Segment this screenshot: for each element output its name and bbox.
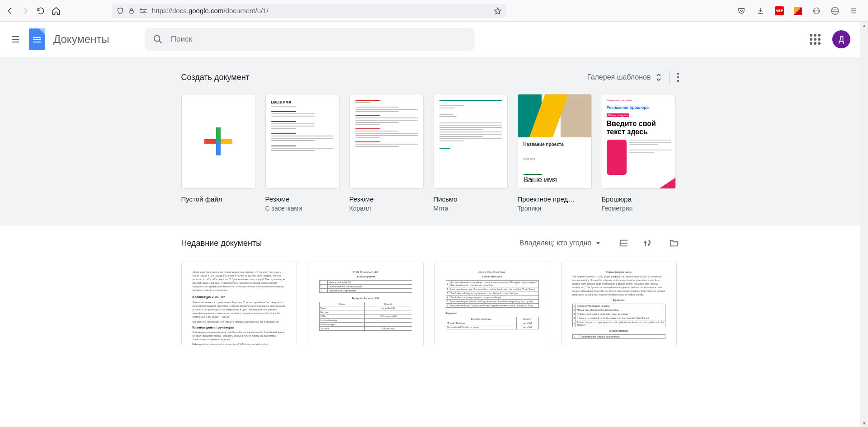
recent-doc: Arduino, Flow-Chart, Snap. Lesson object… — [434, 262, 550, 345]
docs-logo[interactable] — [29, 28, 45, 50]
template-resume-serif-thumb[interactable]: Ваше имя — [265, 94, 340, 189]
extension-icon-3[interactable] — [831, 7, 839, 15]
templates-more-button[interactable] — [677, 72, 679, 82]
template-project-proposal-thumb[interactable]: Название проекта 09.04.20XX Ваше имя — [518, 94, 592, 189]
template-subtitle: С засечками — [265, 205, 340, 212]
recent-heading: Недавние документы — [181, 239, 262, 248]
templates-heading: Создать документ — [181, 73, 250, 82]
svg-point-6 — [677, 76, 679, 78]
table: 1Computer with Scadino installed 2Monito… — [572, 304, 665, 327]
svg-point-4 — [154, 36, 160, 42]
table: NameQuantity Paperfor each child Felt pe… — [319, 302, 412, 331]
back-button[interactable] — [5, 6, 14, 15]
search-input[interactable] — [171, 35, 467, 44]
bookmark-star-icon[interactable] — [494, 7, 502, 15]
extension-icon-2[interactable] — [812, 6, 821, 15]
recent-doc: «Когда надо было искать что-то в интерне… — [181, 262, 297, 345]
template-blank: Пустой файл — [181, 94, 255, 212]
template-resume-coral-thumb[interactable] — [349, 94, 424, 189]
table: 1Add new elements to the electric circui… — [446, 280, 539, 308]
svg-point-1 — [140, 9, 142, 10]
list-view-button[interactable] — [619, 238, 629, 248]
dropdown-arrow-icon — [595, 240, 601, 246]
template-subtitle: Мята — [434, 205, 508, 212]
browser-menu-icon[interactable] — [849, 6, 858, 15]
extension-icon-1[interactable] — [794, 7, 802, 15]
app-header: Документы Д — [0, 22, 860, 57]
plus-icon — [182, 94, 255, 188]
owner-filter-dropdown[interactable]: Владелец: кто угодно — [519, 239, 601, 247]
search-icon — [153, 34, 163, 44]
template-title: Пустой файл — [181, 195, 255, 203]
template-subtitle: Геометрия — [602, 205, 676, 212]
recent-section: Недавние документы Владелец: кто угодно … — [0, 225, 860, 376]
table: 1Make a card with LED 2Disassemble the c… — [319, 280, 412, 293]
template-title: Письмо — [434, 195, 508, 203]
template-project-proposal: Название проекта 09.04.20XX Ваше имя Про… — [518, 94, 592, 212]
home-button[interactable] — [52, 6, 61, 15]
template-resume-serif: Ваше имя Резюме С засечками — [265, 94, 340, 212]
reload-button[interactable] — [36, 6, 45, 15]
templates-section: Создать документ Галерея шаблонов Пустой… — [0, 57, 860, 225]
recent-doc: STEM: Protocol with LED Lesson objective… — [308, 262, 424, 345]
vertical-scrollbar[interactable]: ▴ ▾ — [860, 22, 868, 427]
svg-point-7 — [677, 80, 679, 82]
url-text: https://docs.google.com/document/u/1/ — [152, 7, 269, 14]
svg-point-2 — [144, 11, 145, 13]
browser-right-icons: ABP — [737, 6, 863, 15]
template-title: Брошюра — [602, 195, 676, 203]
scroll-up-arrow[interactable]: ▴ — [860, 22, 868, 29]
sort-button[interactable] — [643, 238, 654, 248]
template-subtitle: Коралл — [349, 205, 424, 212]
recent-docs-row: «Когда надо было искать что-то в интерне… — [181, 262, 679, 363]
downloads-icon[interactable] — [756, 6, 765, 15]
app-title: Документы — [53, 33, 109, 46]
template-title: Резюме — [265, 195, 340, 203]
template-gallery-button[interactable]: Галерея шаблонов — [587, 73, 662, 82]
template-title: Резюме — [349, 195, 424, 203]
open-file-picker-button[interactable] — [669, 238, 679, 248]
template-subtitle: Тропики — [518, 205, 592, 212]
recent-doc-thumb[interactable]: STEM: Protocol with LED Lesson objective… — [308, 262, 424, 345]
scroll-down-arrow[interactable]: ▾ — [860, 419, 868, 427]
shield-icon — [117, 7, 124, 14]
recent-doc: Chinese tangram puzzle The tangram (Chin… — [561, 262, 677, 345]
table: Essential equipmentQuantity "Znatok" Des… — [446, 317, 539, 329]
template-brochure-thumb[interactable]: Название компании Рекламная брошюра Обзо… — [602, 94, 676, 189]
recent-doc-thumb[interactable]: Arduino, Flow-Chart, Snap. Lesson object… — [434, 262, 550, 345]
table: 1Understand the purpose of dimensions — [572, 334, 665, 339]
lock-icon — [128, 8, 135, 14]
main-menu-button[interactable] — [10, 34, 21, 45]
recent-doc-thumb[interactable]: «Когда надо было искать что-то в интерне… — [181, 262, 297, 345]
recent-doc-thumb[interactable]: Chinese tangram puzzle The tangram (Chin… — [561, 262, 677, 345]
svg-rect-0 — [130, 10, 133, 13]
permissions-icon — [139, 8, 147, 14]
search-bar[interactable] — [145, 28, 475, 51]
template-title: Проектное пред… — [518, 195, 592, 203]
pocket-icon[interactable] — [737, 6, 746, 15]
separator — [669, 70, 670, 84]
page-content: Документы Д Создать документ Галерея шаб… — [0, 22, 860, 427]
forward-button[interactable] — [21, 6, 30, 15]
template-resume-coral: Резюме Коралл — [349, 94, 424, 212]
template-brochure: Название компании Рекламная брошюра Обзо… — [602, 94, 676, 212]
template-blank-thumb[interactable] — [181, 94, 255, 189]
account-avatar[interactable]: Д — [832, 30, 850, 48]
unfold-icon — [656, 73, 662, 82]
address-bar[interactable]: https://docs.google.com/document/u/1/ — [112, 4, 506, 18]
template-letter-mint-thumb[interactable] — [434, 94, 508, 189]
browser-toolbar: https://docs.google.com/document/u/1/ AB… — [0, 0, 868, 22]
template-letter-mint: Письмо Мята — [434, 94, 508, 212]
google-apps-button[interactable] — [810, 34, 821, 45]
template-row: Пустой файл Ваше имя — [181, 94, 679, 212]
svg-point-5 — [677, 73, 679, 75]
adblock-icon[interactable]: ABP — [775, 6, 784, 15]
